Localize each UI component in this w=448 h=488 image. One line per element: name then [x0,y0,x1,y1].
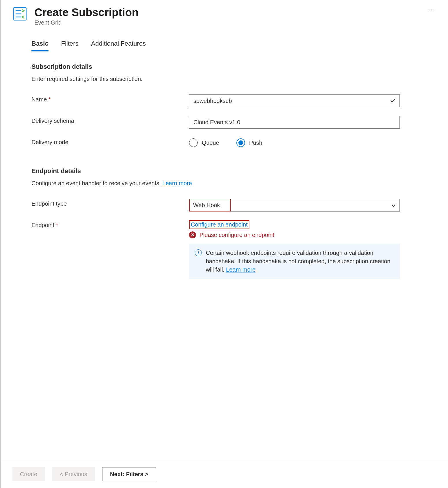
check-icon [390,97,396,105]
page-subtitle: Event Grid [34,19,420,26]
endpoint-learn-more-link[interactable]: Learn more [163,180,192,186]
chevron-down-icon [391,202,395,209]
subscription-details-heading: Subscription details [31,63,425,70]
radio-queue-circle [189,138,198,147]
tab-filters[interactable]: Filters [61,40,79,51]
info-icon: i [195,249,202,256]
radio-push-circle [236,138,245,147]
endpoint-type-label: Endpoint type [31,199,189,207]
configure-endpoint-link[interactable]: Configure an endpoint [189,220,249,229]
endpoint-type-select[interactable] [190,199,230,211]
info-learn-more-link[interactable]: Learn more [226,266,255,273]
endpoint-type-highlight [189,199,231,211]
page-header: Create Subscription Event Grid ··· [12,6,436,26]
radio-push-label: Push [249,140,262,146]
endpoint-desc-text: Configure an event handler to receive yo… [31,180,163,186]
radio-queue-label: Queue [202,140,219,146]
next-button[interactable]: Next: Filters > [102,467,156,481]
endpoint-details-desc: Configure an event handler to receive yo… [31,180,425,187]
radio-push[interactable]: Push [236,138,262,147]
tab-basic[interactable]: Basic [31,40,48,51]
endpoint-label: Endpoint * [31,220,189,229]
name-label: Name * [31,94,189,103]
error-icon: ✕ [189,231,196,238]
endpoint-type-dropdown-rest[interactable] [231,199,400,211]
webhook-info-box: i Certain webhook endpoints require vali… [189,244,400,279]
endpoint-error-text: Please configure an endpoint [199,232,274,238]
subscription-details-desc: Enter required settings for this subscri… [31,76,425,82]
radio-queue[interactable]: Queue [189,138,219,147]
more-actions-button[interactable]: ··· [427,6,436,13]
delivery-mode-radios: Queue Push [189,137,400,147]
footer: Create < Previous Next: Filters > [1,460,448,488]
endpoint-label-text: Endpoint [31,222,54,228]
name-label-text: Name [31,96,47,103]
delivery-schema-select[interactable] [189,116,400,129]
tab-additional-features[interactable]: Additional Features [91,40,146,51]
webhook-info-text: Certain webhook endpoints require valida… [206,249,394,274]
name-input[interactable] [189,94,400,107]
event-grid-icon [12,6,27,21]
create-button[interactable]: Create [12,467,45,481]
delivery-mode-label: Delivery mode [31,137,189,146]
endpoint-details-heading: Endpoint details [31,167,425,175]
endpoint-error: ✕ Please configure an endpoint [189,231,400,238]
page-title: Create Subscription [34,6,420,19]
delivery-schema-label: Delivery schema [31,116,189,124]
previous-button[interactable]: < Previous [52,467,95,481]
tabs: Basic Filters Additional Features [31,40,425,51]
